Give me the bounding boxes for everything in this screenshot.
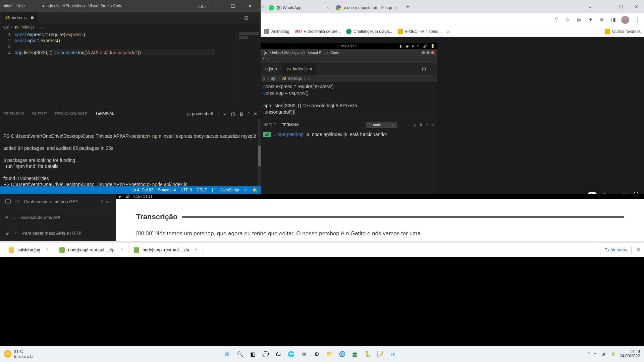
- bookmark-item[interactable]: Animaltag: [264, 29, 289, 34]
- bookmark-item[interactable]: BMJHidrocefalia de pre...: [294, 29, 341, 34]
- language-status[interactable]: JavaScript: [220, 188, 239, 192]
- lesson-item[interactable]: 04 Conhecendo o método GET 14min: [0, 194, 116, 209]
- lesson-item[interactable]: ≡ 05 Acessando uma API: [0, 209, 116, 225]
- tab-debug-console[interactable]: DEBUG CONSOLE: [55, 112, 87, 116]
- close-downloads-icon[interactable]: ✕: [636, 247, 641, 253]
- terminal-select[interactable]: 1: node⌄: [366, 122, 398, 128]
- notepad-icon[interactable]: 📝: [376, 349, 385, 359]
- close-button[interactable]: ✕: [629, 0, 644, 13]
- chrome-icon[interactable]: 🌐: [286, 349, 296, 359]
- trash-icon[interactable]: 🗑: [239, 111, 244, 116]
- volume-icon[interactable]: 🔊: [602, 352, 607, 356]
- menu-terminal[interactable]: minal: [3, 4, 12, 8]
- profile-avatar[interactable]: [621, 16, 629, 24]
- maximize-button[interactable]: ☐: [225, 1, 240, 11]
- bookmark-star-icon[interactable]: ☆: [564, 16, 571, 23]
- terminal[interactable]: us .../api-petshop $ node api/index.js e…: [261, 130, 437, 196]
- split-terminal-icon[interactable]: ◫: [231, 111, 235, 116]
- cursor-position[interactable]: Ln 4, Col 63: [131, 188, 153, 192]
- download-item[interactable]: salsicha.jpg ^: [3, 243, 54, 257]
- breadcrumb[interactable]: p› api› JS index.js› ...: [261, 75, 437, 82]
- edge-icon[interactable]: 🌀: [337, 349, 347, 359]
- eol-status[interactable]: CRLF: [197, 188, 207, 192]
- kebab-menu-icon[interactable]: ⋮: [634, 16, 641, 23]
- volume-icon[interactable]: 🔊: [125, 194, 130, 199]
- close-tab-icon[interactable]: ×: [395, 5, 397, 10]
- bookmark-item[interactable]: Challenges in diagn...: [346, 29, 392, 34]
- tab-output[interactable]: OUTPUT: [32, 112, 47, 116]
- more-icon[interactable]: ···: [307, 123, 310, 127]
- search-icon[interactable]: 🔍: [235, 349, 245, 359]
- editor[interactable]: const express = require('express') const…: [261, 82, 437, 119]
- minimap[interactable]: [237, 31, 261, 108]
- terminal[interactable]: PS C:\Users\ventr\OneDrive\Desktop\Curso…: [0, 119, 261, 186]
- play-icon[interactable]: ▶: [119, 194, 121, 199]
- maximize-dot[interactable]: [426, 51, 430, 54]
- menu-help[interactable]: elp: [261, 56, 437, 63]
- more-icon[interactable]: ···: [252, 15, 256, 20]
- bookmarks-overflow[interactable]: »: [447, 29, 449, 34]
- settings-icon[interactable]: ⚙: [312, 349, 321, 359]
- more-icon[interactable]: ···: [430, 66, 434, 71]
- file-explorer-icon[interactable]: 🗂: [274, 349, 283, 359]
- chevron-up-icon[interactable]: ^: [588, 352, 590, 356]
- breadcrumb-seg[interactable]: index.js: [20, 25, 34, 29]
- start-button[interactable]: ⊞: [223, 349, 232, 359]
- lesson-item[interactable]: ⊕ 06 Para saber mais: APIs e HTTP: [0, 225, 116, 241]
- close-panel-icon[interactable]: ✕: [254, 111, 257, 116]
- chevron-down-icon[interactable]: ⌄: [223, 111, 227, 116]
- share-icon[interactable]: ⇪: [553, 16, 559, 23]
- tab-index-js[interactable]: JS index.js ×: [282, 63, 317, 75]
- layout-icon[interactable]: ▢▢: [198, 4, 206, 8]
- minimize-button[interactable]: ─: [208, 1, 223, 11]
- terminal-scrollbar[interactable]: [258, 119, 261, 186]
- close-panel-icon[interactable]: ✕: [431, 123, 434, 127]
- chevron-up-icon[interactable]: ^: [46, 247, 48, 252]
- chevron-up-icon[interactable]: ^: [121, 247, 123, 252]
- tab-json[interactable]: e.json: [261, 63, 282, 75]
- reading-list-icon[interactable]: ≡: [598, 16, 605, 23]
- task-view-icon[interactable]: ◧: [248, 349, 258, 359]
- minimize-button[interactable]: ─: [598, 0, 613, 13]
- split-editor-icon[interactable]: ◫: [422, 66, 426, 71]
- other-bookmarks[interactable]: Outros favoritos: [605, 29, 641, 34]
- extensions-icon[interactable]: ✦: [587, 16, 594, 23]
- tab-dropdown-icon[interactable]: ⌄: [582, 0, 598, 13]
- close-tab-icon[interactable]: ×: [327, 5, 329, 10]
- side-panel-icon[interactable]: ◨: [610, 16, 616, 23]
- chat-icon[interactable]: 💬: [261, 349, 270, 359]
- python-icon[interactable]: 🐍: [363, 349, 372, 359]
- chevron-up-icon[interactable]: ^: [195, 247, 197, 252]
- editor[interactable]: 1234 const express = require('express') …: [0, 31, 261, 108]
- tab-index-js[interactable]: JS index.js: [1, 12, 38, 23]
- battery-icon[interactable]: 🔋: [611, 352, 616, 356]
- wifi-icon[interactable]: ᯤ: [594, 352, 598, 356]
- bell-icon[interactable]: 🔔: [252, 188, 257, 192]
- show-all-downloads[interactable]: Exibir todos: [600, 246, 632, 254]
- close-tab-icon[interactable]: ×: [261, 0, 265, 13]
- new-terminal-icon[interactable]: +: [217, 111, 219, 116]
- trash-icon[interactable]: 🗑: [419, 123, 423, 127]
- new-tab-button[interactable]: +: [403, 2, 413, 11]
- feedback-icon[interactable]: ⚐: [244, 188, 248, 192]
- maximize-button[interactable]: ☐: [613, 0, 629, 13]
- clock[interactable]: 14:49 24/03/2022: [620, 350, 640, 358]
- new-terminal-icon[interactable]: +: [407, 123, 409, 127]
- browser-tab-whatsapp[interactable]: (5) WhatsApp ×: [265, 2, 332, 13]
- breadcrumb[interactable]: api › JS index.js › ...: [0, 23, 261, 31]
- minimize-dot[interactable]: [422, 51, 425, 54]
- split-terminal-icon[interactable]: ◫: [413, 123, 416, 127]
- download-item[interactable]: nodejs-api-rest-aul....zip ^: [128, 243, 203, 257]
- folder-icon[interactable]: 📁: [325, 349, 334, 359]
- tab-problems[interactable]: PROBLEMS: [3, 112, 24, 116]
- code-content[interactable]: const express = require('express') const…: [15, 31, 237, 108]
- breadcrumb-seg[interactable]: ...: [40, 25, 43, 29]
- tab-console[interactable]: NSOLE: [263, 123, 276, 127]
- reader-icon[interactable]: ▤: [576, 16, 582, 23]
- bookmark-item[interactable]: e-MEC - Ministério...: [398, 29, 442, 34]
- chevron-up-icon[interactable]: ^: [248, 111, 250, 116]
- vscode-icon[interactable]: ≋: [388, 349, 398, 359]
- excel-icon[interactable]: ▦: [350, 349, 360, 359]
- close-dot[interactable]: [431, 51, 434, 54]
- close-button[interactable]: ✕: [243, 1, 258, 11]
